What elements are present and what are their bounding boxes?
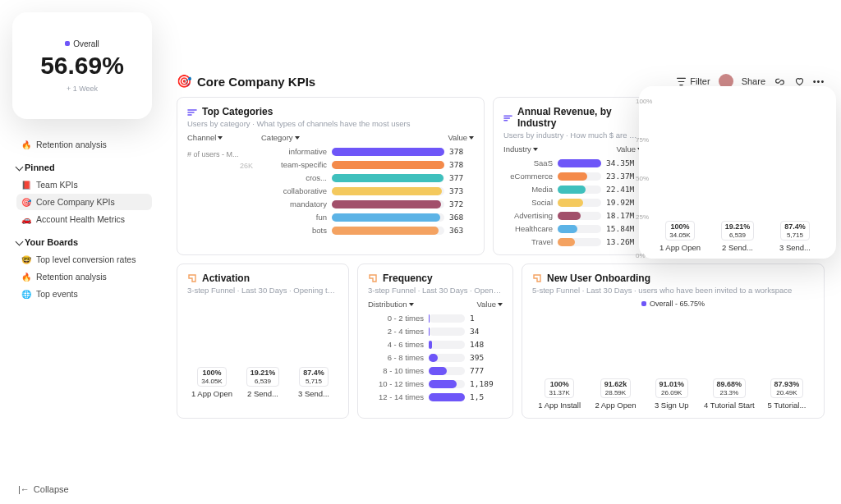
row-value: 378 — [449, 160, 474, 169]
sort-icon — [218, 136, 223, 140]
item-icon: 📕 — [21, 181, 32, 190]
bar-track — [429, 328, 465, 336]
row-label: team-specific — [261, 160, 327, 169]
bar-track — [429, 314, 465, 323]
sidebar-item-label: Team KPIs — [36, 180, 78, 190]
filter-icon — [675, 76, 687, 87]
col-value[interactable]: Value — [448, 133, 474, 142]
bar-track — [332, 161, 444, 169]
bar-row: 8 - 10 times777 — [368, 366, 503, 375]
sidebar-item-label: Retention analysis — [36, 140, 107, 149]
share-button[interactable]: Share — [742, 76, 765, 86]
y-tick: 50% — [636, 175, 649, 182]
sidebar-item[interactable]: 🌐Top events — [16, 286, 152, 302]
bar-fill — [332, 161, 444, 169]
bar-track — [332, 174, 444, 182]
bar-row: bots363 — [261, 226, 474, 235]
bar-track — [558, 199, 601, 207]
section-label: Pinned — [25, 163, 55, 172]
item-icon: 🌐 — [21, 290, 32, 299]
bar-tooltip: 19.21%6,539 — [721, 221, 755, 241]
bar-fill — [558, 225, 577, 233]
sidebar-item[interactable]: 🤓Top level conversion rates — [16, 251, 152, 268]
bar-fill — [332, 174, 443, 182]
row-value: 148 — [470, 340, 503, 349]
chevron-down-icon — [16, 163, 24, 171]
col-channel[interactable]: Channel — [187, 133, 223, 142]
bar-tooltip: 100%34.05K — [665, 221, 694, 241]
sidebar-item-label: Retention analysis — [36, 272, 107, 282]
funnel-step: 100%31.37K1 App Install — [535, 378, 583, 410]
bar-row: 6 - 8 times395 — [368, 353, 503, 362]
bar-fill — [332, 148, 444, 156]
item-icon: 🤓 — [21, 255, 32, 264]
sidebar-section-boards[interactable]: Your Boards — [16, 237, 152, 247]
bars-icon — [503, 112, 512, 122]
card-top-categories: Top Categories Users by category · What … — [177, 97, 485, 255]
collapse-icon: |← — [18, 484, 30, 494]
row-label: 8 - 10 times — [368, 366, 424, 375]
row-value: 378 — [449, 147, 474, 156]
card-subtitle: 3-step Funnel · Last 30 Days · Opening t… — [368, 286, 503, 295]
collapse-sidebar-button[interactable]: |← Collapse — [18, 484, 69, 494]
sidebar-section-pinned[interactable]: Pinned — [16, 163, 152, 172]
metric-total: 26K — [187, 162, 253, 170]
col-category[interactable]: Category — [261, 133, 300, 142]
bar-row: fun368 — [261, 213, 474, 222]
sidebar-item-retention-top[interactable]: 🔥 Retention analysis — [16, 136, 152, 153]
bar-track — [332, 227, 444, 235]
filter-button[interactable]: Filter — [675, 76, 710, 87]
summary-sub: + 1 Week — [67, 85, 98, 93]
page-title: 🎯 Core Company KPIs — [177, 74, 315, 89]
item-icon: 🔥 — [21, 273, 32, 282]
bar-row: informative378 — [261, 147, 474, 156]
summary-value: 56.69% — [40, 52, 124, 80]
sidebar-item-label: Top level conversion rates — [36, 254, 136, 264]
bar-row: Travel13.26M — [503, 237, 642, 246]
bar-track — [429, 367, 465, 375]
bar-row: 2 - 4 times34 — [368, 327, 503, 336]
sidebar-item[interactable]: 📕Team KPIs — [16, 176, 152, 193]
bar-tooltip: 91.01%26.09K — [655, 378, 689, 398]
funnel-step: 19.21%6,5392 Send... — [241, 367, 284, 398]
row-label: 0 - 2 times — [368, 314, 424, 323]
sidebar-item[interactable]: 🎯Core Company KPIs — [16, 194, 152, 210]
row-label: eCommerce — [503, 172, 553, 181]
section-label: Your Boards — [25, 237, 78, 247]
sidebar-item[interactable]: 🔥Retention analysis — [16, 268, 152, 285]
step-label: 2 Send... — [722, 243, 753, 252]
legend-dot-icon — [641, 301, 646, 306]
bar-track — [558, 212, 601, 220]
activation-popout: 100%75%50%25%0%100%34.05K1 App Open19.21… — [639, 86, 836, 259]
filter-label: Filter — [690, 76, 710, 86]
sidebar-item-label: Core Company KPIs — [36, 197, 115, 207]
sort-icon — [533, 148, 538, 151]
step-label: 1 App Open — [191, 389, 232, 398]
funnel-step: 87.4%5,7153 Send... — [292, 367, 335, 398]
row-label: Travel — [503, 237, 553, 246]
step-label: 4 Tutorial Start — [704, 401, 755, 410]
row-label: bots — [261, 226, 327, 235]
bar-track — [558, 186, 601, 194]
bar-fill — [429, 341, 432, 349]
funnel-icon — [368, 273, 378, 283]
bar-fill — [558, 199, 583, 207]
col-distribution[interactable]: Distribution — [368, 300, 414, 309]
link-icon[interactable] — [774, 76, 785, 87]
card-frequency: Frequency 3-step Funnel · Last 30 Days ·… — [357, 263, 513, 419]
col-industry[interactable]: Industry — [503, 144, 538, 153]
row-value: 22.41M — [606, 185, 642, 194]
heart-icon[interactable] — [793, 76, 805, 87]
bar-tooltip: 87.4%5,715 — [780, 221, 810, 241]
funnel-step: 91.62k28.59K2 App Open — [591, 378, 639, 410]
row-label: 4 - 6 times — [368, 340, 424, 349]
fire-icon: 🔥 — [21, 140, 32, 149]
col-value[interactable]: Value — [476, 300, 503, 309]
sidebar-item[interactable]: 🚗Account Health Metrics — [16, 211, 152, 227]
row-value: 777 — [470, 366, 503, 375]
more-icon[interactable]: ••• — [813, 76, 825, 87]
bar-track — [429, 341, 465, 349]
funnel-step: 91.01%26.09K3 Sign Up — [648, 378, 696, 410]
funnel-step: 87.4%5,7153 Send... — [770, 221, 820, 252]
sidebar-item-label: Top events — [36, 289, 78, 299]
